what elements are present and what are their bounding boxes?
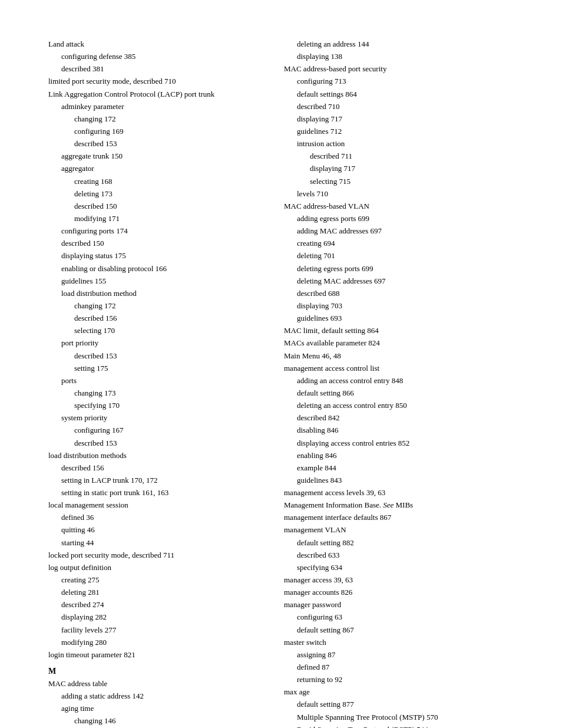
list-item: default setting 877 — [284, 699, 520, 710]
list-item: assigning 87 — [284, 649, 520, 661]
list-item: starting 44 — [48, 537, 266, 549]
list-item: guidelines 155 — [48, 275, 266, 287]
list-item: disabling 846 — [284, 424, 520, 436]
list-item: guidelines 693 — [284, 312, 520, 324]
list-item: described 710 — [284, 101, 520, 113]
list-item: default setting 867 — [284, 624, 520, 636]
list-item: quitting 46 — [48, 524, 266, 536]
list-item: creating 694 — [284, 238, 520, 249]
list-item: ports — [48, 375, 266, 387]
list-item: Management Information Base. See MIBs — [284, 499, 520, 511]
list-item: displaying 138 — [284, 51, 520, 62]
list-item: displaying 282 — [48, 611, 266, 623]
list-item: setting in static port trunk 161, 163 — [48, 487, 266, 499]
list-item: described 150 — [48, 238, 266, 249]
list-item: default settings 864 — [284, 88, 520, 100]
list-item: management access levels 39, 63 — [284, 487, 520, 499]
list-item: defined 36 — [48, 512, 266, 523]
list-item: log output definition — [48, 562, 266, 574]
list-item: configuring defense 385 — [48, 51, 266, 62]
list-item: described 842 — [284, 412, 520, 424]
list-item: default setting 882 — [284, 537, 520, 549]
list-item: MAC address table — [48, 678, 266, 690]
list-item: aggregator — [48, 163, 266, 174]
list-item: displaying 703 — [284, 300, 520, 312]
list-item: selecting 170 — [48, 325, 266, 337]
list-item: Rapid Spanning Tree Protocol (RSTP) 544 — [284, 724, 520, 728]
list-item: deleting egress ports 699 — [284, 263, 520, 275]
list-item: MAC address-based port security — [284, 63, 520, 75]
list-item: facility levels 277 — [48, 624, 266, 636]
list-item: MACs available parameter 824 — [284, 337, 520, 349]
list-item: M — [48, 667, 266, 676]
list-item: described 381 — [48, 63, 266, 75]
right-column: deleting an address 144displaying 138MAC… — [278, 38, 520, 728]
list-item: MAC address-based VLAN — [284, 200, 520, 212]
list-item: creating 168 — [48, 176, 266, 187]
list-item: deleting an address 144 — [284, 38, 520, 50]
list-item: selecting 715 — [284, 176, 520, 187]
list-item: adminkey parameter — [48, 101, 266, 113]
list-item: login timeout parameter 821 — [48, 649, 266, 661]
list-item: management VLAN — [284, 524, 520, 536]
list-item: configuring 713 — [284, 75, 520, 87]
list-item: deleting 173 — [48, 188, 266, 200]
list-item: load distribution method — [48, 288, 266, 299]
list-item: described 633 — [284, 549, 520, 561]
list-item: changing 146 — [48, 715, 266, 727]
list-item: Land attack — [48, 38, 266, 50]
list-item: configuring 169 — [48, 126, 266, 137]
list-item: aging time — [48, 703, 266, 714]
left-column: Land attackconfiguring defense 385descri… — [48, 38, 278, 728]
list-item: manager password — [284, 599, 520, 611]
list-item: limited port security mode, described 71… — [48, 75, 266, 87]
list-item: guidelines 843 — [284, 475, 520, 486]
list-item: defined 87 — [284, 661, 520, 673]
list-item: master switch — [284, 637, 520, 648]
list-item: described 156 — [48, 462, 266, 474]
list-item: described 153 — [48, 437, 266, 449]
list-item: described 274 — [48, 599, 266, 611]
list-item: changing 172 — [48, 300, 266, 312]
list-item: creating 275 — [48, 574, 266, 586]
list-item: example 844 — [284, 462, 520, 474]
list-item: system priority — [48, 412, 266, 424]
list-item: load distribution methods — [48, 450, 266, 462]
list-item: manager access 39, 63 — [284, 574, 520, 586]
list-item: deleting MAC addresses 697 — [284, 275, 520, 287]
list-item: adding egress ports 699 — [284, 213, 520, 225]
list-item: deleting an access control entry 850 — [284, 400, 520, 411]
list-item: modifying 171 — [48, 213, 266, 225]
list-item: Link Aggregation Control Protocol (LACP)… — [48, 88, 266, 100]
list-item: configuring 167 — [48, 424, 266, 436]
list-item: MAC limit, default setting 864 — [284, 325, 520, 337]
list-item: changing 173 — [48, 387, 266, 399]
list-item: changing 172 — [48, 113, 266, 125]
list-item: adding MAC addresses 697 — [284, 225, 520, 237]
list-item: setting 175 — [48, 363, 266, 374]
index-content: Land attackconfiguring defense 385descri… — [48, 38, 520, 728]
list-item: management access control list — [284, 363, 520, 374]
list-item: deleting 281 — [48, 587, 266, 598]
list-item: adding a static address 142 — [48, 690, 266, 702]
list-item: configuring 63 — [284, 611, 520, 623]
list-item: Main Menu 46, 48 — [284, 350, 520, 362]
list-item: enabling 846 — [284, 450, 520, 462]
list-item: max age — [284, 686, 520, 698]
list-item: aggregate trunk 150 — [48, 150, 266, 162]
list-item: described 688 — [284, 288, 520, 299]
list-item: returning to 92 — [284, 674, 520, 686]
list-item: displaying access control entries 852 — [284, 437, 520, 449]
list-item: displaying 717 — [284, 113, 520, 125]
list-item: described 156 — [48, 312, 266, 324]
list-item: specifying 170 — [48, 400, 266, 411]
list-item: default setting 866 — [284, 387, 520, 399]
list-item: displaying status 175 — [48, 250, 266, 262]
list-item: management interface defaults 867 — [284, 512, 520, 523]
list-item: described 153 — [48, 350, 266, 362]
list-item: described 711 — [284, 150, 520, 162]
list-item: Multiple Spanning Tree Protocol (MSTP) 5… — [284, 711, 520, 723]
list-item: manager accounts 826 — [284, 587, 520, 598]
list-item: described 150 — [48, 200, 266, 212]
list-item: local management session — [48, 499, 266, 511]
